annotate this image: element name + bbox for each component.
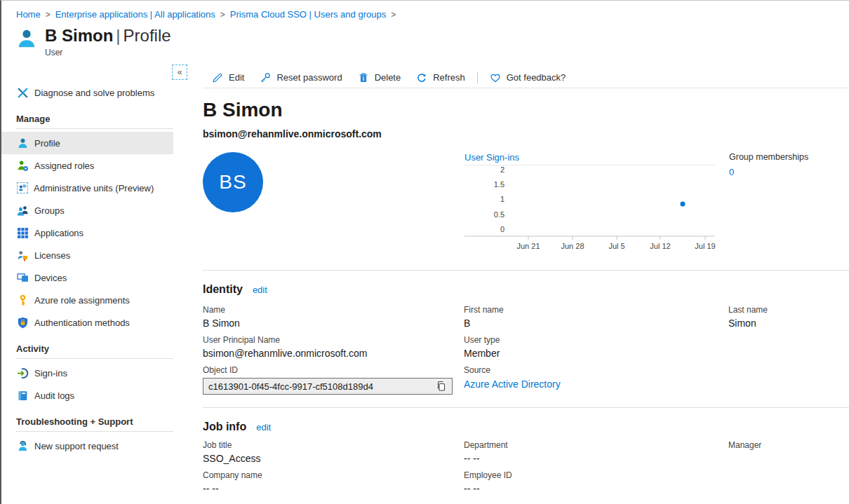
page-title: B Simon|Profile: [45, 25, 171, 47]
diagnose-icon: [17, 87, 29, 99]
chevron-right-icon: >: [391, 10, 396, 20]
field-label: Object ID: [203, 365, 464, 375]
user-signins-chart-block: User Sign-ins 2 1.5 1 0.5 0: [464, 152, 715, 253]
breadcrumb-link-prisma-sso[interactable]: Prisma Cloud SSO | Users and groups: [230, 9, 386, 20]
toolbar-separator: [477, 71, 478, 83]
user-avatar-icon: [16, 27, 37, 50]
x-axis-ticks: [528, 236, 705, 240]
collapse-sidebar-button[interactable]: «: [172, 64, 187, 80]
breadcrumb: Home>Enterprise applications | All appli…: [1, 1, 849, 20]
last-name-field: Last name Simon: [728, 305, 849, 329]
user-principal-name-field: User Principal Name bsimon@rehanmlive.on…: [203, 335, 464, 360]
object-id-field: Object ID c1613901-0f45-4fcc-9917-cf5108…: [203, 365, 464, 395]
sidebar-item-audit-logs[interactable]: Audit logs: [1, 384, 173, 407]
field-label: Last name: [728, 305, 849, 315]
user-type-field: User type Member: [464, 335, 728, 360]
user-display-name: B Simon: [203, 98, 849, 122]
breadcrumb-link-home[interactable]: Home: [16, 9, 41, 20]
delete-button[interactable]: Delete: [350, 68, 409, 88]
chevron-right-icon: >: [46, 10, 51, 20]
object-id-value: c1613901-0f45-4fcc-9917-cf5108d189d4: [208, 381, 436, 392]
source-link[interactable]: Azure Active Directory: [464, 379, 561, 390]
sidebar-item-label: Audit logs: [34, 390, 74, 401]
audit-log-icon: [17, 390, 29, 402]
identity-section: Identity edit Name B Simon User Principa…: [203, 283, 849, 400]
section-header-activity: Activity: [16, 343, 173, 359]
chevron-right-icon: >: [220, 10, 225, 20]
refresh-button[interactable]: Refresh: [408, 68, 473, 88]
sidebar-item-diagnose-and-solve-problems[interactable]: Diagnose and solve problems: [1, 81, 173, 104]
copy-button[interactable]: [436, 381, 447, 392]
feedback-button[interactable]: Got feedback?: [482, 68, 574, 88]
signin-data-point: [681, 202, 686, 207]
field-value: Member: [464, 348, 728, 360]
sidebar-item-administrative-units[interactable]: Administrative units (Preview): [1, 177, 173, 199]
sidebar-item-groups[interactable]: Groups: [1, 199, 173, 222]
sidebar-item-label: Licenses: [34, 250, 70, 261]
content-pane: Edit Reset password Delete Refresh Got f…: [187, 62, 849, 504]
field-value: B: [464, 318, 728, 329]
section-header-troubleshooting-support: Troubleshooting + Support: [16, 416, 173, 432]
key-icon: [260, 72, 271, 83]
field-label: User type: [464, 335, 728, 345]
x-tick-label: Jul 5: [608, 242, 624, 250]
sidebar-item-label: Applications: [34, 228, 83, 238]
sidebar-item-label: New support request: [34, 441, 119, 451]
support-person-icon: [17, 440, 29, 452]
section-header-manage: Manage: [16, 114, 173, 129]
x-tick-label: Jun 28: [561, 242, 584, 250]
y-tick-label: 0: [500, 225, 504, 233]
group-memberships-label: Group memberships: [729, 152, 808, 162]
profile-summary-row: BS User Sign-ins 2 1.5 1 0.5 0: [203, 152, 849, 253]
sidebar-item-label: Azure role assignments: [34, 295, 130, 306]
edit-button[interactable]: Edit: [204, 68, 252, 88]
trash-icon: [358, 72, 369, 83]
field-label: Source: [464, 365, 728, 375]
admin-units-icon: [17, 182, 28, 193]
sidebar-item-label: Devices: [34, 273, 67, 283]
shield-lock-icon: [17, 317, 29, 329]
group-memberships-count[interactable]: 0: [729, 167, 734, 177]
sidebar-item-new-support-request[interactable]: New support request: [1, 435, 173, 457]
identity-edit-link[interactable]: edit: [253, 285, 267, 295]
identity-heading: Identity: [203, 283, 243, 296]
chevron-double-left-icon: «: [177, 67, 182, 77]
sidebar: « Diagnose and solve problems Manage Pro…: [1, 62, 187, 504]
toolbar: Edit Reset password Delete Refresh Got f…: [203, 67, 849, 88]
sidebar-item-assigned-roles[interactable]: Assigned roles: [1, 154, 173, 177]
object-id-box[interactable]: c1613901-0f45-4fcc-9917-cf5108d189d4: [203, 378, 453, 395]
job-info-edit-link[interactable]: edit: [256, 422, 271, 433]
refresh-icon: [416, 72, 427, 83]
section-divider: [203, 270, 849, 271]
reset-password-button[interactable]: Reset password: [252, 68, 349, 88]
y-tick-label: 0.5: [494, 210, 504, 219]
x-tick-label: Jul 12: [650, 242, 670, 250]
sidebar-item-authentication-methods[interactable]: Authentication methods: [1, 311, 173, 334]
sidebar-item-licenses[interactable]: Licenses: [1, 244, 173, 266]
chart-title-link[interactable]: User Sign-ins: [464, 152, 715, 165]
group-memberships-block: Group memberships 0: [729, 152, 808, 253]
sidebar-item-azure-role-assignments[interactable]: Azure role assignments: [1, 289, 173, 311]
sidebar-item-profile[interactable]: Profile: [1, 132, 173, 154]
breadcrumb-link-enterprise-apps[interactable]: Enterprise applications | All applicatio…: [55, 9, 215, 20]
x-tick-label: Jun 21: [516, 242, 540, 250]
sidebar-item-applications[interactable]: Applications: [1, 222, 173, 244]
sidebar-item-devices[interactable]: Devices: [1, 266, 173, 289]
source-field: Source Azure Active Directory: [464, 365, 728, 390]
job-title-field: Job title SSO_Access: [203, 440, 464, 465]
field-label: First name: [464, 305, 728, 315]
sidebar-item-label: Authentication methods: [34, 318, 130, 328]
pencil-icon: [212, 72, 223, 83]
field-value: -- --: [464, 483, 728, 495]
license-icon: [17, 250, 29, 261]
devices-icon: [17, 272, 29, 284]
y-tick-label: 2: [500, 165, 504, 174]
sidebar-item-label: Administrative units (Preview): [34, 183, 154, 193]
person-icon: [17, 137, 29, 149]
field-label: User Principal Name: [203, 335, 464, 345]
sidebar-item-sign-ins[interactable]: Sign-ins: [1, 362, 173, 384]
company-name-field: Company name -- --: [203, 470, 464, 495]
field-value: bsimon@rehanmlive.onmicrosoft.com: [203, 348, 464, 360]
sidebar-item-label: Assigned roles: [34, 161, 94, 171]
name-field: Name B Simon: [203, 305, 464, 329]
